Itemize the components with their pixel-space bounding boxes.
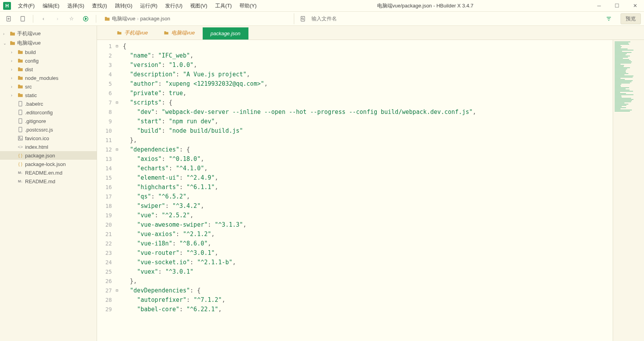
minimap-line xyxy=(615,49,628,49)
file-explorer[interactable]: ›手机端vue⌄电脑端vue›build›config›dist›node_mo… xyxy=(0,26,97,341)
tree-file[interactable]: .postcssrc.js xyxy=(0,125,97,134)
line-number: 8 xyxy=(97,107,113,117)
tree-file[interactable]: .babelrc xyxy=(0,99,97,108)
run-icon[interactable] xyxy=(80,13,91,24)
minimap-line xyxy=(615,106,622,107)
star-icon[interactable]: ☆ xyxy=(66,13,77,24)
folder-icon xyxy=(117,30,122,36)
menu-help[interactable]: 帮助(Y) xyxy=(236,1,260,11)
editor-tabs: 手机端vue电脑端vuepackage.json xyxy=(97,26,644,40)
back-icon[interactable]: ‹ xyxy=(38,13,49,24)
code-line: "swiper": "^3.4.2", xyxy=(123,201,610,211)
window-controls: ─ ☐ ✕ xyxy=(590,0,644,12)
save-icon[interactable] xyxy=(17,13,28,24)
expand-arrow-icon: › xyxy=(3,32,8,36)
menu-publish[interactable]: 发行(U) xyxy=(161,1,186,11)
maximize-button[interactable]: ☐ xyxy=(608,0,626,12)
fold-marker xyxy=(114,126,120,135)
tree-folder[interactable]: ›config xyxy=(0,56,97,65)
tree-label: node_modules xyxy=(25,75,58,81)
tree-label: src xyxy=(25,84,32,90)
tree-file[interactable]: { }package.json xyxy=(0,151,97,160)
tree-file[interactable]: .gitignore xyxy=(0,117,97,125)
menu-edit[interactable]: 编辑(E) xyxy=(39,1,63,11)
search-input[interactable] xyxy=(308,14,426,23)
tree-file[interactable]: M↓README.en.md xyxy=(0,168,97,177)
menu-find[interactable]: 查找(I) xyxy=(88,1,111,11)
code-line: "qs": "^6.5.2", xyxy=(123,192,610,201)
code-editor[interactable]: { "name": "IFC_web", "version": "1.0.0",… xyxy=(120,40,613,341)
tree-label: 手机端vue xyxy=(17,30,41,37)
file-icon xyxy=(17,101,23,107)
minimize-button[interactable]: ─ xyxy=(590,0,608,12)
filter-icon[interactable] xyxy=(603,13,614,24)
editor-tab[interactable]: package.json xyxy=(203,27,248,40)
tree-file[interactable]: M↓README.md xyxy=(0,177,97,186)
editor-tab[interactable]: 手机端vue xyxy=(109,26,156,40)
minimap-line xyxy=(615,53,627,54)
tree-folder[interactable]: ›dist xyxy=(0,65,97,74)
minimap-line xyxy=(615,52,631,53)
expand-arrow-icon: › xyxy=(11,76,16,80)
minimap-line xyxy=(615,58,623,59)
menu-goto[interactable]: 跳转(G) xyxy=(111,1,137,11)
tree-file[interactable]: favicon.ico xyxy=(0,134,97,143)
fold-marker xyxy=(114,154,120,164)
fold-marker[interactable]: ⊟ xyxy=(114,145,120,154)
forward-icon[interactable]: › xyxy=(52,13,63,24)
tree-label: favicon.ico xyxy=(25,135,49,141)
editor-tab[interactable]: 电脑端vue xyxy=(156,26,203,40)
tree-label: index.html xyxy=(25,144,48,150)
markdown-icon: M↓ xyxy=(17,170,23,176)
tree-folder[interactable]: ›手机端vue xyxy=(0,29,97,38)
svg-rect-1 xyxy=(21,16,24,21)
fold-marker[interactable]: ⊟ xyxy=(114,98,120,107)
tab-label: 电脑端vue xyxy=(171,29,195,36)
menu-file[interactable]: 文件(F) xyxy=(14,1,39,11)
tree-label: README.en.md xyxy=(25,170,62,176)
minimap-line xyxy=(615,66,624,67)
tree-file[interactable]: .editorconfig xyxy=(0,108,97,117)
fold-marker xyxy=(114,295,120,305)
fold-marker xyxy=(114,192,120,201)
minimap[interactable] xyxy=(613,40,644,341)
minimap-line xyxy=(615,70,626,70)
minimap-line xyxy=(615,105,626,106)
search-box xyxy=(294,13,426,24)
toolbar-separator xyxy=(96,15,96,23)
minimap-line xyxy=(615,61,632,62)
minimap-line xyxy=(615,110,632,110)
close-button[interactable]: ✕ xyxy=(626,0,644,12)
fold-marker[interactable]: ⊟ xyxy=(114,41,120,51)
tree-file[interactable]: { }package-lock.json xyxy=(0,160,97,168)
tree-folder[interactable]: ›node_modules xyxy=(0,74,97,82)
fold-marker[interactable]: ⊟ xyxy=(114,286,120,295)
breadcrumb-item[interactable]: package.json xyxy=(140,16,170,22)
code-line: "dev": "webpack-dev-server --inline --op… xyxy=(123,107,610,117)
minimap-line xyxy=(615,67,630,68)
line-number: 7 xyxy=(97,98,113,107)
markdown-icon: M↓ xyxy=(17,178,23,184)
line-number: 20 xyxy=(97,220,113,229)
line-number: 17 xyxy=(97,192,113,201)
expand-arrow-icon: › xyxy=(11,50,16,54)
menu-select[interactable]: 选择(S) xyxy=(63,1,88,11)
tree-folder[interactable]: ›src xyxy=(0,82,97,91)
menu-view[interactable]: 视图(V) xyxy=(186,1,211,11)
breadcrumb-item[interactable]: 电脑端vue xyxy=(112,15,135,22)
new-file-icon[interactable] xyxy=(3,13,14,24)
tree-label: package-lock.json xyxy=(25,161,66,167)
menu-run[interactable]: 运行(R) xyxy=(136,1,161,11)
tree-folder[interactable]: ⌄电脑端vue xyxy=(0,38,97,48)
tree-folder[interactable]: ›build xyxy=(0,48,97,56)
line-number: 16 xyxy=(97,182,113,192)
minimap-line xyxy=(615,96,621,96)
minimap-line xyxy=(615,50,633,51)
expand-arrow-icon: ⌄ xyxy=(3,41,8,45)
fold-marker xyxy=(114,182,120,192)
tree-folder[interactable]: ›static xyxy=(0,91,97,99)
file-icon xyxy=(17,118,23,124)
preview-button[interactable]: 预览 xyxy=(621,13,641,24)
menu-tools[interactable]: 工具(T) xyxy=(211,1,236,11)
tree-file[interactable]: <>index.html xyxy=(0,143,97,151)
